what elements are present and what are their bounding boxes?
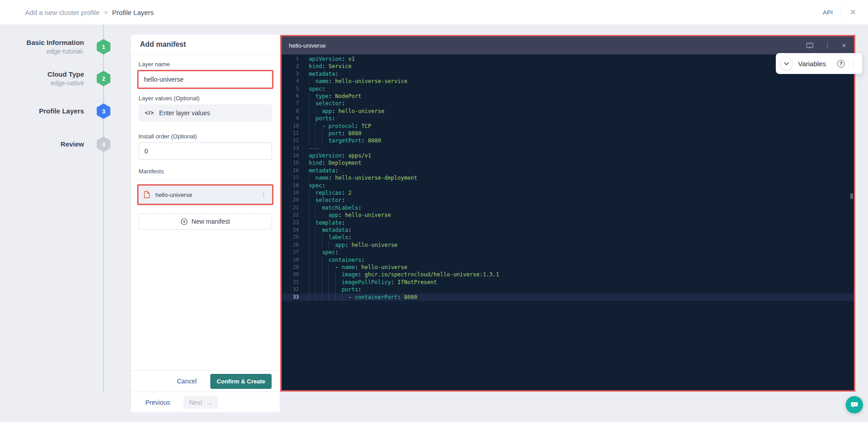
code-line[interactable]: 9ports: (282, 115, 854, 122)
code-line[interactable]: 1apiVersion: v1 (282, 55, 854, 63)
code-line[interactable]: 25labels: (282, 234, 854, 241)
code-line[interactable]: 5spec: (282, 85, 854, 93)
code-line[interactable]: 29- name: hello-universe (282, 264, 854, 271)
step-item-basic-information[interactable]: Basic Informationedge-tutorial- (0, 34, 84, 59)
new-manifest-button[interactable]: New manifest (139, 213, 272, 230)
code-token: : (322, 182, 325, 189)
code-token: hello-universe (362, 264, 407, 270)
code-text: spec: (309, 249, 338, 256)
api-link[interactable]: API (823, 9, 833, 16)
code-token: : (322, 86, 325, 92)
variables-collapse-button[interactable] (780, 57, 793, 70)
code-line[interactable]: 3metadata: (282, 70, 854, 78)
code-line[interactable]: 18spec: (282, 182, 854, 189)
code-token: hello-universe-deployment (335, 175, 417, 181)
code-line[interactable]: 11port: 8080 (282, 130, 854, 137)
code-token: kind (309, 63, 322, 69)
code-text: apiVersion: apps/v1 (309, 152, 371, 159)
code-line[interactable]: 24metadata: (282, 226, 854, 234)
breadcrumb: Add a new cluster profile > Profile Laye… (25, 9, 154, 16)
line-number: 3 (282, 70, 299, 78)
line-number: 6 (282, 93, 299, 100)
code-token: : (335, 167, 338, 174)
code-line[interactable]: 2kind: Service (282, 63, 854, 70)
step-item-profile-layers[interactable]: Profile Layers (0, 99, 84, 123)
indent-guides (309, 241, 335, 249)
split-view-icon[interactable] (806, 43, 813, 48)
code-area[interactable]: 1apiVersion: v12kind: Service3metadata:4… (282, 54, 854, 301)
layer-name-input[interactable] (139, 71, 272, 88)
code-line[interactable]: 30image: ghcr.io/spectrocloud/hello-univ… (282, 271, 854, 278)
line-number: 29 (282, 264, 299, 271)
line-number: 5 (282, 85, 299, 93)
panel-title: Add manifest (140, 40, 186, 49)
new-manifest-label: New manifest (192, 218, 230, 225)
code-line[interactable]: 28containers: (282, 256, 854, 264)
breadcrumb-parent[interactable]: Add a new cluster profile (25, 9, 99, 16)
code-token: : (397, 294, 404, 300)
code-token: 2 (348, 190, 352, 196)
code-text: metadata: (309, 167, 338, 174)
line-number: 9 (282, 115, 299, 122)
install-order-input[interactable] (139, 142, 272, 160)
code-text: app: hello-universe (309, 211, 391, 219)
code-line[interactable]: 33- containerPort: 8080 (282, 294, 854, 301)
code-line[interactable]: 8app: hello-universe (282, 108, 854, 115)
editor-close-icon[interactable]: ✕ (842, 43, 847, 49)
code-line[interactable]: 17name: hello-universe-deployment (282, 174, 854, 182)
code-token: metadata (322, 227, 348, 233)
code-line[interactable]: 22app: hello-universe (282, 211, 854, 219)
code-line[interactable]: 10- protocol: TCP (282, 123, 854, 130)
line-number: 2 (282, 63, 299, 70)
code-line[interactable]: 20selector: (282, 196, 854, 204)
editor-actions: ⋮ ✕ (806, 42, 847, 49)
previous-button[interactable]: Previous (143, 398, 173, 407)
code-line[interactable]: 6type: NodePort (282, 93, 854, 100)
indent-guides (309, 279, 342, 286)
code-token: replicas (315, 190, 342, 196)
code-line[interactable]: 32ports: (282, 286, 854, 293)
line-number: 14 (282, 152, 299, 159)
cluster-profile-wizard: Add a new cluster profile > Profile Laye… (0, 0, 868, 422)
code-text: kind: Service (309, 63, 352, 70)
editor-scrollbar[interactable] (850, 193, 853, 199)
code-line[interactable]: 4name: hello-universe-service (282, 78, 854, 85)
step-label: Profile Layers (39, 107, 84, 116)
step-item-cloud-type[interactable]: Cloud Typeedge-native (0, 66, 84, 91)
line-number: 25 (282, 234, 299, 241)
editor-menu-icon[interactable]: ⋮ (824, 42, 831, 49)
line-number: 23 (282, 219, 299, 226)
enter-layer-values-button[interactable]: </> Enter layer values (139, 104, 272, 122)
manifest-item[interactable]: hello-universe ⋮ (139, 186, 272, 204)
manifest-menu-icon[interactable]: ⋮ (260, 191, 267, 198)
line-number: 22 (282, 211, 299, 219)
code-line[interactable]: 12targetPort: 8080 (282, 137, 854, 144)
variables-menu-icon[interactable]: ⋮ (850, 60, 857, 67)
code-line[interactable]: 7selector: (282, 100, 854, 107)
indent-guides (309, 226, 322, 234)
help-chat-button[interactable] (846, 396, 863, 413)
code-token: NodePort (335, 93, 362, 99)
confirm-create-button[interactable]: Confirm & Create (210, 374, 272, 389)
cancel-button[interactable]: Cancel (174, 377, 199, 385)
code-line[interactable]: 23template: (282, 219, 854, 226)
code-token: app (328, 212, 338, 218)
code-line[interactable]: 26app: hello-universe (282, 241, 854, 249)
code-token: image (342, 271, 358, 278)
code-line[interactable]: 27spec: (282, 249, 854, 256)
code-text: metadata: (309, 70, 338, 78)
help-icon[interactable]: ? (837, 60, 845, 68)
code-line[interactable]: 14apiVersion: apps/v1 (282, 152, 854, 159)
code-token: app (335, 242, 345, 248)
code-line[interactable]: 15kind: Deployment (282, 159, 854, 167)
step-item-review[interactable]: Review (0, 132, 84, 157)
install-order-label: Install order (Optional) (139, 133, 197, 140)
code-line[interactable]: 13--- (282, 145, 854, 152)
code-line[interactable]: 16metadata: (282, 167, 854, 174)
code-token: : (332, 108, 338, 114)
code-line[interactable]: 31imagePullPolicy: IfNotPresent (282, 279, 854, 286)
code-line[interactable]: 19replicas: 2 (282, 189, 854, 196)
indent-guides (309, 264, 335, 271)
close-wizard-icon[interactable]: ✕ (850, 9, 856, 16)
code-line[interactable]: 21matchLabels: (282, 204, 854, 211)
